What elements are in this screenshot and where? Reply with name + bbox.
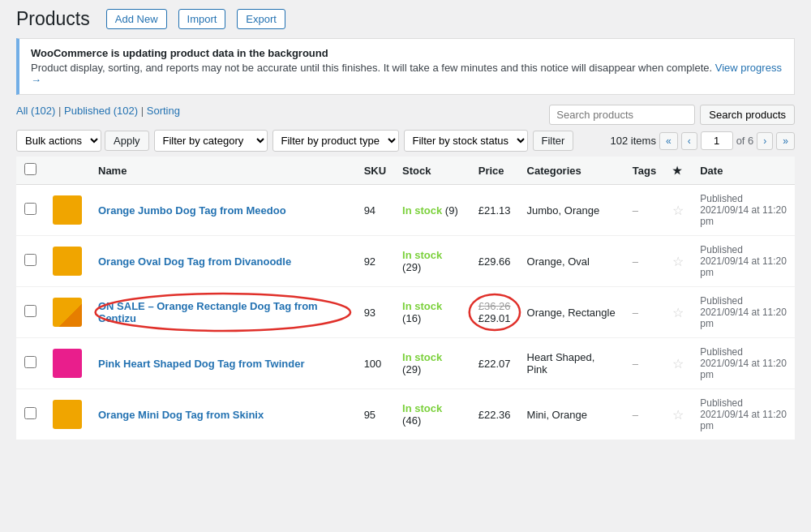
star-icon[interactable]: ☆ (672, 306, 684, 320)
product-thumbnail (53, 349, 82, 378)
notice-title: WooCommerce is updating product data in … (31, 47, 783, 59)
product-tags: – (624, 287, 664, 338)
product-stock: In stock (29) (394, 338, 470, 389)
filter-links: All (102) | Published (102) | Sorting (16, 105, 180, 117)
featured-header: ★ (664, 157, 692, 185)
star-icon[interactable]: ☆ (672, 255, 684, 268)
stock-header[interactable]: Stock (394, 157, 470, 185)
star-icon[interactable]: ☆ (672, 204, 684, 217)
row-checkbox[interactable] (24, 407, 36, 419)
product-name-link[interactable]: Orange Oval Dog Tag from Divanoodle (98, 255, 291, 268)
categories-header[interactable]: Categories (519, 157, 624, 185)
table-header-row: Name SKU Stock Price Categories Tags ★ D… (16, 157, 795, 185)
star-icon[interactable]: ☆ (672, 357, 684, 371)
price-original: £36.26 (478, 300, 511, 312)
tags-header[interactable]: Tags (624, 157, 664, 185)
product-date: Published2021/09/14 at 11:20pm (692, 338, 795, 389)
product-tags: – (624, 185, 664, 236)
product-featured[interactable]: ☆ (664, 185, 692, 236)
product-price: £22.36 (470, 389, 519, 440)
product-price: £21.13 (470, 185, 519, 236)
sku-header[interactable]: SKU (356, 157, 394, 185)
pagination: 102 items « ‹ of 6 › » (611, 131, 795, 150)
first-page-button[interactable]: « (659, 132, 678, 150)
product-tags: – (624, 338, 664, 389)
row-checkbox[interactable] (24, 254, 36, 266)
date-header[interactable]: Date (692, 157, 795, 185)
bulk-actions-area: Bulk actions Apply (16, 130, 149, 152)
products-table: Name SKU Stock Price Categories Tags ★ D… (16, 157, 795, 440)
product-featured[interactable]: ☆ (664, 287, 692, 338)
product-thumbnail (53, 400, 82, 429)
product-thumbnail (53, 247, 82, 276)
table-row: ON SALE – Orange Rectangle Dog Tag from … (16, 287, 795, 338)
product-featured[interactable]: ☆ (664, 338, 692, 389)
last-page-button[interactable]: » (776, 132, 795, 150)
product-name-link[interactable]: Pink Heart Shaped Dog Tag from Twinder (98, 358, 305, 370)
row-checkbox[interactable] (24, 305, 36, 317)
product-name-link[interactable]: ON SALE – Orange Rectangle Dog Tag from … (98, 300, 348, 324)
price-discounted: £29.01 (478, 312, 511, 324)
update-notice: WooCommerce is updating product data in … (16, 38, 795, 95)
product-date: Published2021/09/14 at 11:20pm (692, 185, 795, 236)
product-categories: Mini, Orange (519, 389, 624, 440)
notice-text: Product display, sorting, and reports ma… (31, 62, 783, 86)
product-featured[interactable]: ☆ (664, 236, 692, 287)
sale-circle-overlay (90, 292, 356, 332)
product-thumbnail (53, 298, 82, 327)
name-header[interactable]: Name (90, 157, 356, 185)
product-date: Published2021/09/14 at 11:20pm (692, 389, 795, 440)
product-featured[interactable]: ☆ (664, 389, 692, 440)
toolbar: Bulk actions Apply Filter by category Fi… (16, 130, 795, 152)
product-stock: In stock (46) (394, 389, 470, 440)
product-stock: In stock (9) (394, 185, 470, 236)
bulk-actions-select[interactable]: Bulk actions (16, 130, 101, 152)
filter-category-select[interactable]: Filter by category (154, 130, 268, 152)
filter-published[interactable]: Published (102) (64, 105, 138, 117)
product-sku: 95 (356, 389, 394, 440)
select-all-checkbox[interactable] (24, 163, 36, 175)
apply-button[interactable]: Apply (105, 131, 149, 151)
next-page-button[interactable]: › (757, 132, 773, 150)
filter-button[interactable]: Filter (533, 131, 574, 151)
table-row: Orange Jumbo Dog Tag from Meedoo94In sto… (16, 185, 795, 236)
export-button[interactable]: Export (237, 9, 285, 29)
search-input[interactable] (549, 105, 695, 125)
svg-point-0 (96, 294, 351, 331)
search-products-button[interactable]: Search products (700, 105, 795, 125)
product-date: Published2021/09/14 at 11:20pm (692, 287, 795, 338)
star-icon[interactable]: ☆ (672, 408, 684, 422)
top-nav: All (102) | Published (102) | Sorting Se… (16, 105, 795, 125)
filter-type-select[interactable]: Filter by product type (272, 130, 399, 152)
filter-stock-select[interactable]: Filter by stock status (404, 130, 528, 152)
table-row: Orange Oval Dog Tag from Divanoodle92In … (16, 236, 795, 287)
price-header[interactable]: Price (470, 157, 519, 185)
product-name-link[interactable]: Orange Mini Dog Tag from Skinix (98, 409, 264, 421)
product-thumbnail (53, 195, 82, 225)
product-price: £22.07 (470, 338, 519, 389)
add-new-button[interactable]: Add New (106, 9, 167, 29)
product-categories: Orange, Oval (519, 236, 624, 287)
product-sku: 94 (356, 185, 394, 236)
row-checkbox[interactable] (24, 356, 36, 368)
import-button[interactable]: Import (178, 9, 226, 29)
product-sku: 92 (356, 236, 394, 287)
page-title: Products (16, 8, 90, 30)
product-sku: 93 (356, 287, 394, 338)
items-count: 102 items (611, 135, 656, 147)
product-stock: In stock (29) (394, 236, 470, 287)
prev-page-button[interactable]: ‹ (681, 132, 697, 150)
table-row: Pink Heart Shaped Dog Tag from Twinder10… (16, 338, 795, 389)
thumb-header (45, 157, 90, 185)
product-name-link[interactable]: Orange Jumbo Dog Tag from Meedoo (98, 204, 286, 217)
product-price: £29.66 (470, 236, 519, 287)
row-checkbox[interactable] (24, 203, 36, 215)
product-categories: Orange, Rectangle (519, 287, 624, 338)
filter-sorting[interactable]: Sorting (147, 105, 180, 117)
filter-all[interactable]: All (102) (16, 105, 55, 117)
select-all-header (16, 157, 45, 185)
product-tags: – (624, 389, 664, 440)
product-categories: Heart Shaped, Pink (519, 338, 624, 389)
current-page-input[interactable] (701, 131, 733, 150)
product-categories: Jumbo, Orange (519, 185, 624, 236)
